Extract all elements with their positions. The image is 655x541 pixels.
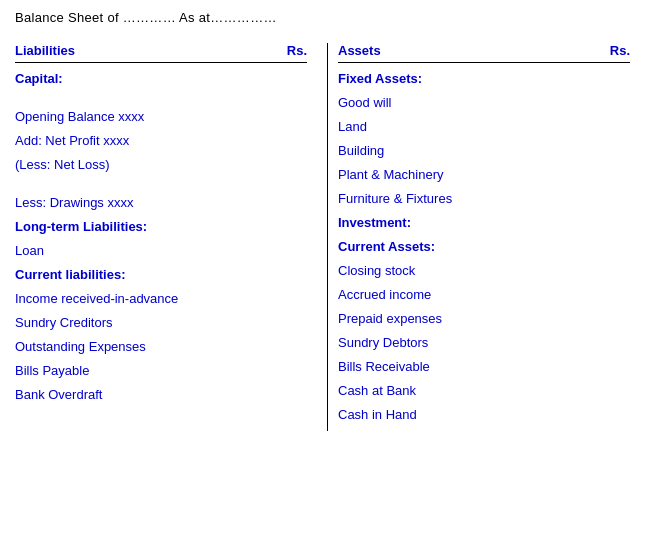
asset-item-label: Closing stock <box>338 263 630 281</box>
asset-item-label: Sundry Debtors <box>338 335 630 353</box>
asset-item-label: Bills Receivable <box>338 359 630 377</box>
asset-item-label: Current Assets: <box>338 239 630 257</box>
liabilities-rs: Rs. <box>287 43 307 58</box>
list-item: Income received-in-advance <box>15 291 307 309</box>
liabilities-column: Liabilities Rs. Capital:Opening Balance … <box>15 43 317 431</box>
list-item: Closing stock <box>338 263 630 281</box>
list-item: Land <box>338 119 630 137</box>
list-item: Sundry Creditors <box>15 315 307 333</box>
list-item: Opening Balance xxxx <box>15 109 307 127</box>
liability-item-label: Outstanding Expenses <box>15 339 307 357</box>
liabilities-header: Liabilities Rs. <box>15 43 307 63</box>
liability-item-label: Current liabilities: <box>15 267 307 285</box>
liability-item-label: Opening Balance xxxx <box>15 109 307 127</box>
spacer <box>15 95 307 109</box>
asset-item-label: Land <box>338 119 630 137</box>
liability-item-label: Income received-in-advance <box>15 291 307 309</box>
list-item: Long-term Liabilities: <box>15 219 307 237</box>
list-item: Bills Payable <box>15 363 307 381</box>
assets-rs: Rs. <box>610 43 630 58</box>
list-item: Less: Drawings xxxx <box>15 195 307 213</box>
list-item: Accrued income <box>338 287 630 305</box>
list-item: (Less: Net Loss) <box>15 157 307 175</box>
asset-item-label: Cash in Hand <box>338 407 630 425</box>
list-item: Cash at Bank <box>338 383 630 401</box>
list-item: Furniture & Fixtures <box>338 191 630 209</box>
asset-item-label: Investment: <box>338 215 630 233</box>
asset-item-label: Good will <box>338 95 630 113</box>
list-item: Investment: <box>338 215 630 233</box>
page-title: Balance Sheet of ………… As at…………… <box>15 10 640 25</box>
column-divider <box>327 43 328 431</box>
liability-item-label: Loan <box>15 243 307 261</box>
list-item: Current Assets: <box>338 239 630 257</box>
asset-item-label: Accrued income <box>338 287 630 305</box>
spacer <box>15 181 307 195</box>
liability-item-label: (Less: Net Loss) <box>15 157 307 175</box>
list-item: Fixed Assets: <box>338 71 630 89</box>
list-item: Bank Overdraft <box>15 387 307 405</box>
asset-item-label: Prepaid expenses <box>338 311 630 329</box>
asset-item-label: Building <box>338 143 630 161</box>
assets-list: Fixed Assets:Good willLandBuildingPlant … <box>338 71 630 425</box>
list-item: Capital: <box>15 71 307 89</box>
liabilities-label: Liabilities <box>15 43 75 58</box>
list-item: Plant & Machinery <box>338 167 630 185</box>
assets-header: Assets Rs. <box>338 43 630 63</box>
list-item: Sundry Debtors <box>338 335 630 353</box>
asset-item-label: Fixed Assets: <box>338 71 630 89</box>
asset-item-label: Plant & Machinery <box>338 167 630 185</box>
list-item: Prepaid expenses <box>338 311 630 329</box>
liability-item-label: Long-term Liabilities: <box>15 219 307 237</box>
liability-item-label: Bank Overdraft <box>15 387 307 405</box>
list-item: Cash in Hand <box>338 407 630 425</box>
liability-item-label: Bills Payable <box>15 363 307 381</box>
assets-column: Assets Rs. Fixed Assets:Good willLandBui… <box>338 43 640 431</box>
list-item: Loan <box>15 243 307 261</box>
liability-item-label: Capital: <box>15 71 307 89</box>
list-item: Bills Receivable <box>338 359 630 377</box>
asset-item-label: Cash at Bank <box>338 383 630 401</box>
asset-item-label: Furniture & Fixtures <box>338 191 630 209</box>
list-item: Good will <box>338 95 630 113</box>
liability-item-label: Add: Net Profit xxxx <box>15 133 307 151</box>
list-item: Current liabilities: <box>15 267 307 285</box>
liabilities-list: Capital:Opening Balance xxxxAdd: Net Pro… <box>15 71 307 405</box>
list-item: Add: Net Profit xxxx <box>15 133 307 151</box>
liability-item-label: Less: Drawings xxxx <box>15 195 307 213</box>
assets-label: Assets <box>338 43 381 58</box>
list-item: Building <box>338 143 630 161</box>
list-item: Outstanding Expenses <box>15 339 307 357</box>
liability-item-label: Sundry Creditors <box>15 315 307 333</box>
